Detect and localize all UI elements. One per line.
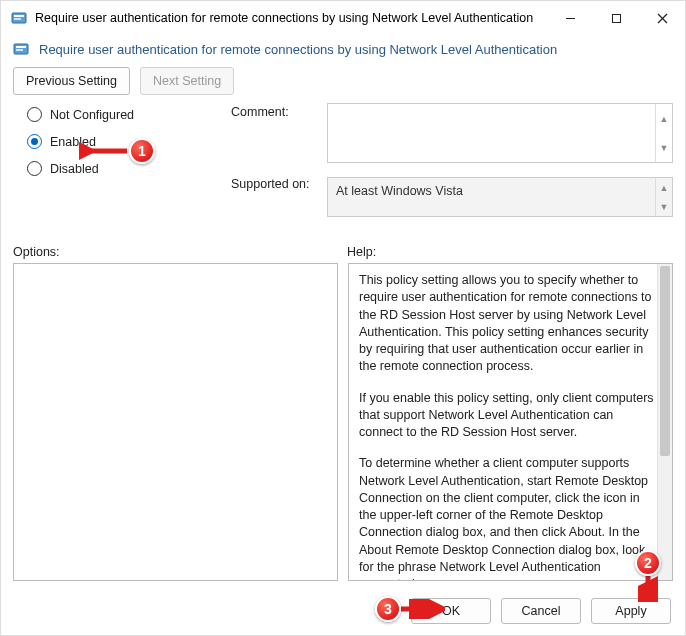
close-button[interactable] [639,2,685,34]
help-scrollbar[interactable] [657,264,672,580]
apply-button[interactable]: Apply [591,598,671,624]
policy-subtitle-row: Require user authentication for remote c… [1,35,685,67]
next-setting-button: Next Setting [140,67,234,95]
radio-icon [27,134,42,149]
annotation-badge-2: 2 [635,550,661,576]
options-pane[interactable] [13,263,338,581]
svg-rect-1 [14,15,24,17]
radio-icon [27,161,42,176]
window-controls [547,2,685,34]
annotation-badge-3: 3 [375,596,401,622]
title-bar: Require user authentication for remote c… [1,1,685,35]
supported-on-value: At least Windows Vista [336,184,463,198]
svg-rect-8 [16,46,26,48]
scroll-down-icon[interactable]: ▼ [656,197,672,216]
policy-subtitle: Require user authentication for remote c… [39,42,557,57]
radio-not-configured[interactable]: Not Configured [27,107,209,122]
help-text: This policy setting allows you to specif… [349,264,672,581]
previous-setting-button[interactable]: Previous Setting [13,67,130,95]
supported-on-box: At least Windows Vista ▲ ▼ [327,177,673,217]
svg-rect-9 [16,49,23,51]
help-para: This policy setting allows you to specif… [359,272,654,376]
scroll-up-icon[interactable]: ▲ [656,178,672,197]
options-label: Options: [13,245,60,259]
cancel-button[interactable]: Cancel [501,598,581,624]
radio-disabled[interactable]: Disabled [27,161,209,176]
help-label: Help: [347,245,376,259]
dialog-footer: OK Cancel Apply [1,587,685,635]
supported-on-label: Supported on: [231,177,317,191]
pane-headers: Options: Help: [1,235,685,263]
minimize-button[interactable] [547,2,593,34]
radio-label: Not Configured [50,108,134,122]
svg-rect-2 [14,18,21,20]
comment-label: Comment: [231,103,317,119]
maximize-button[interactable] [593,2,639,34]
comment-scroll[interactable]: ▲ ▼ [655,104,672,162]
comment-textarea[interactable]: ▲ ▼ [327,103,673,163]
scrollbar-thumb[interactable] [660,266,670,456]
policy-icon [11,10,27,26]
help-para: To determine whether a client computer s… [359,455,654,581]
scroll-up-icon[interactable]: ▲ [656,104,672,133]
scroll-down-icon[interactable]: ▼ [656,133,672,162]
radio-icon [27,107,42,122]
help-para: If you enable this policy setting, only … [359,390,654,442]
annotation-arrow-1 [79,141,131,161]
window-title: Require user authentication for remote c… [35,11,547,25]
help-pane: This policy setting allows you to specif… [348,263,673,581]
svg-rect-4 [612,14,620,22]
policy-icon [13,41,29,57]
annotation-arrow-3 [399,599,445,619]
panes: This policy setting allows you to specif… [1,263,685,587]
supported-scroll[interactable]: ▲ ▼ [655,178,672,216]
annotation-badge-1: 1 [129,138,155,164]
setting-nav: Previous Setting Next Setting [1,67,685,103]
annotation-arrow-2 [638,572,658,602]
radio-label: Disabled [50,162,99,176]
policy-dialog: Require user authentication for remote c… [0,0,686,636]
